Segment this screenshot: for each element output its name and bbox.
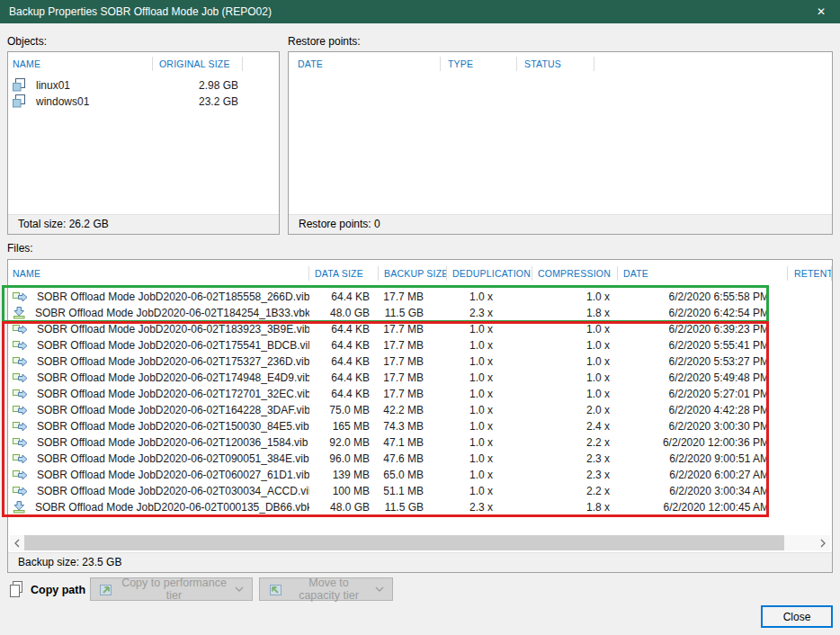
files-label: Files: <box>7 242 33 255</box>
file-row[interactable]: SOBR Offload Mode JobD2020-06-02T164228_… <box>8 402 832 418</box>
incremental-backup-file-icon <box>13 405 28 416</box>
file-date: 6/2/2020 5:49:48 PM <box>618 371 788 384</box>
move-to-capacity-tier-button[interactable]: Move to capacity tier <box>259 577 393 601</box>
chevron-down-icon <box>235 586 244 592</box>
file-backup-size: 17.7 MB <box>379 355 447 368</box>
file-row[interactable]: SOBR Offload Mode JobD2020-06-02T000135_… <box>8 499 832 515</box>
file-deduplication: 1.0 x <box>447 323 532 335</box>
files-column-backup-size[interactable]: BACKUP SIZE <box>379 260 447 287</box>
restore-column-type[interactable]: TYPE <box>441 52 517 76</box>
file-row[interactable]: SOBR Offload Mode JobD2020-06-02T174948_… <box>8 370 832 386</box>
objects-table-header: NAME ORIGINAL SIZE <box>8 52 279 76</box>
files-column-data-size[interactable]: DATA SIZE <box>309 260 379 287</box>
incremental-backup-file-icon <box>13 389 28 400</box>
file-data-size: 48.0 GB <box>309 501 379 514</box>
files-column-compression[interactable]: COMPRESSION <box>532 260 618 287</box>
file-row[interactable]: SOBR Offload Mode JobD2020-06-02T175541_… <box>8 337 832 353</box>
file-deduplication: 1.0 x <box>447 388 532 400</box>
file-backup-size: 74.3 MB <box>379 420 447 433</box>
restore-column-status[interactable]: STATUS <box>517 52 594 76</box>
file-deduplication: 1.0 x <box>447 371 532 384</box>
object-row[interactable]: windows0123.2 GB <box>8 94 279 110</box>
object-name: windows01 <box>8 94 153 109</box>
file-row[interactable]: SOBR Offload Mode JobD2020-06-02T172701_… <box>8 386 832 402</box>
file-data-size: 48.0 GB <box>309 307 379 319</box>
file-backup-size: 47.1 MB <box>379 436 447 449</box>
file-deduplication: 1.0 x <box>447 404 532 416</box>
scrollbar-thumb[interactable] <box>24 535 784 550</box>
file-date: 6/2/2020 4:42:28 PM <box>618 404 788 416</box>
copy-path-button[interactable]: Copy path <box>9 580 85 600</box>
move-to-capacity-tier-label: Move to capacity tier <box>289 577 369 602</box>
file-row[interactable]: SOBR Offload Mode JobD2020-06-02T185558_… <box>8 289 832 305</box>
files-column-retention[interactable]: RETENT <box>788 260 832 287</box>
incremental-backup-file-icon <box>13 470 28 481</box>
file-backup-size: 47.6 MB <box>379 452 447 465</box>
object-original-size: 2.98 GB <box>153 79 243 92</box>
file-row[interactable]: SOBR Offload Mode JobD2020-06-02T090051_… <box>8 451 832 467</box>
scroll-left-icon[interactable] <box>10 535 24 550</box>
file-name: SOBR Offload Mode JobD2020-06-02T175327_… <box>8 355 309 368</box>
horizontal-scrollbar[interactable] <box>10 535 830 550</box>
incremental-backup-file-icon <box>13 437 28 449</box>
file-data-size: 64.4 KB <box>309 388 379 400</box>
file-date: 6/2/2020 6:55:58 PM <box>618 291 788 303</box>
file-name: SOBR Offload Mode JobD2020-06-02T164228_… <box>8 404 309 416</box>
copy-path-label: Copy path <box>31 584 85 596</box>
file-compression: 2.3 x <box>532 469 618 481</box>
file-date: 6/2/2020 6:39:23 PM <box>618 323 788 335</box>
file-backup-size: 11.5 GB <box>379 307 447 319</box>
incremental-backup-file-icon <box>13 356 28 368</box>
restore-column-date[interactable]: DATE <box>289 52 441 76</box>
objects-column-name[interactable]: NAME <box>8 52 153 76</box>
file-name: SOBR Offload Mode JobD2020-06-02T060027_… <box>8 469 309 481</box>
file-deduplication: 1.0 x <box>447 339 532 352</box>
file-backup-size: 65.0 MB <box>379 469 447 481</box>
objects-table: NAME ORIGINAL SIZE linux012.98 GBwindows… <box>7 51 280 235</box>
scroll-right-icon[interactable] <box>816 535 830 550</box>
file-data-size: 64.4 KB <box>309 355 379 368</box>
file-name: SOBR Offload Mode JobD2020-06-02T120036_… <box>8 436 309 449</box>
file-row[interactable]: SOBR Offload Mode JobD2020-06-02T060027_… <box>8 467 832 483</box>
file-row[interactable]: SOBR Offload Mode JobD2020-06-02T183923_… <box>8 321 832 337</box>
file-data-size: 64.4 KB <box>309 323 379 335</box>
file-date: 6/2/2020 5:55:41 PM <box>618 339 788 352</box>
file-backup-size: 17.7 MB <box>379 371 447 384</box>
incremental-backup-file-icon <box>13 372 28 384</box>
file-deduplication: 2.3 x <box>447 307 532 319</box>
files-column-name[interactable]: NAME <box>8 260 309 287</box>
file-data-size: 75.0 MB <box>309 404 379 416</box>
file-row[interactable]: SOBR Offload Mode JobD2020-06-02T030034_… <box>8 483 832 499</box>
file-data-size: 64.4 KB <box>309 291 379 303</box>
file-row[interactable]: SOBR Offload Mode JobD2020-06-02T150030_… <box>8 418 832 434</box>
chevron-down-icon <box>375 586 384 592</box>
files-column-deduplication[interactable]: DEDUPLICATION <box>447 260 532 287</box>
file-date: 6/2/2020 5:27:01 PM <box>618 388 788 400</box>
file-name: SOBR Offload Mode JobD2020-06-02T090051_… <box>8 452 309 465</box>
file-data-size: 139 MB <box>309 469 379 481</box>
objects-column-original-size[interactable]: ORIGINAL SIZE <box>153 52 243 76</box>
copy-to-performance-tier-button[interactable]: Copy to performance tier <box>90 577 253 601</box>
file-date: 6/2/2020 12:00:36 PM <box>618 436 788 449</box>
close-button[interactable]: Close <box>761 605 833 628</box>
restore-points-table: DATE TYPE STATUS Restore points: 0 <box>288 51 833 235</box>
file-row[interactable]: SOBR Offload Mode JobD2020-06-02T184254_… <box>8 305 832 321</box>
file-data-size: 64.4 KB <box>309 371 379 384</box>
object-row[interactable]: linux012.98 GB <box>8 77 279 94</box>
close-icon[interactable]: ✕ <box>802 0 840 23</box>
file-row[interactable]: SOBR Offload Mode JobD2020-06-02T175327_… <box>8 353 832 370</box>
files-column-date[interactable]: DATE <box>618 260 788 287</box>
incremental-backup-file-icon <box>13 324 28 335</box>
file-row[interactable]: SOBR Offload Mode JobD2020-06-02T120036_… <box>8 434 832 451</box>
incremental-backup-file-icon <box>13 340 28 352</box>
file-date: 6/2/2020 6:42:54 PM <box>618 307 788 319</box>
object-name: linux01 <box>8 78 153 93</box>
restore-points-count: Restore points: 0 <box>289 214 832 234</box>
file-deduplication: 1.0 x <box>447 355 532 368</box>
scrollbar-track[interactable] <box>24 535 816 550</box>
file-name: SOBR Offload Mode JobD2020-06-02T030034_… <box>8 485 309 497</box>
full-backup-file-icon <box>13 501 26 514</box>
object-original-size: 23.2 GB <box>153 95 243 108</box>
window-title: Backup Properties SOBR Offload Mode Job … <box>9 5 272 18</box>
file-name: SOBR Offload Mode JobD2020-06-02T150030_… <box>8 420 309 433</box>
